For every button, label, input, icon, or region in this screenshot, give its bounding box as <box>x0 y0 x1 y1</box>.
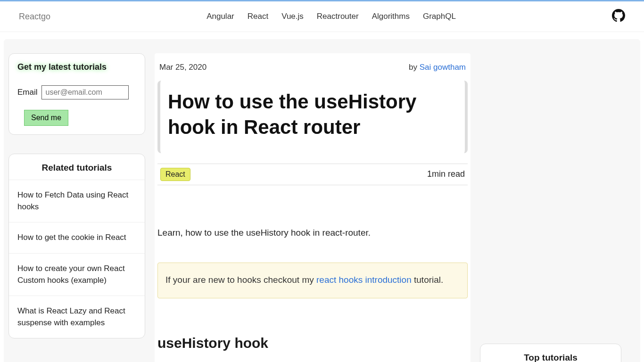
related-title: Related tutorials <box>9 154 145 180</box>
tag-row: React 1min read <box>157 164 468 185</box>
newsletter-title: Get my latest tutorials <box>17 62 136 72</box>
topic-tag[interactable]: React <box>160 168 190 181</box>
newsletter-row: Email <box>17 85 136 99</box>
left-sidebar: Get my latest tutorials Email Send me Re… <box>8 53 145 338</box>
page-body: Get my latest tutorials Email Send me Re… <box>4 39 640 362</box>
article-meta: Mar 25, 2020 by Sai gowtham <box>155 63 471 76</box>
nav-react[interactable]: React <box>248 12 268 21</box>
github-icon <box>612 9 625 22</box>
nav-algorithms[interactable]: Algorithms <box>372 12 410 21</box>
article-lead: Learn, how to use the useHistory hook in… <box>157 228 468 238</box>
github-link[interactable] <box>612 9 625 24</box>
newsletter-box: Get my latest tutorials Email Send me <box>8 53 145 135</box>
email-label: Email <box>17 88 38 97</box>
nav-graphql[interactable]: GraphQL <box>423 12 456 21</box>
callout-text-before: If your are new to hooks checkout my <box>165 275 316 285</box>
top-tutorials-title: Top tutorials <box>485 353 616 362</box>
by-prefix: by <box>409 63 420 72</box>
article-main: Mar 25, 2020 by Sai gowtham How to use t… <box>155 53 471 362</box>
callout-text-after: tutorial. <box>412 275 444 285</box>
top-tutorials-box: Top tutorials <box>480 344 621 362</box>
site-header: Reactgo Angular React Vue.js Reactrouter… <box>0 1 644 32</box>
article-title-wrap: How to use the useHistory hook in React … <box>157 81 468 153</box>
author-link[interactable]: Sai gowtham <box>420 63 466 72</box>
article-byline: by Sai gowtham <box>409 63 466 72</box>
right-sidebar: Top tutorials <box>480 53 621 362</box>
section-heading: useHistory hook <box>157 335 468 351</box>
related-item[interactable]: How to create your own React Custom hook… <box>9 253 145 296</box>
nav-vuejs[interactable]: Vue.js <box>281 12 304 21</box>
related-tutorials-box: Related tutorials How to Fetch Data usin… <box>8 154 145 338</box>
nav-angular[interactable]: Angular <box>206 12 234 21</box>
related-item[interactable]: What is React Lazy and React suspense wi… <box>9 296 145 338</box>
site-logo[interactable]: Reactgo <box>19 12 50 22</box>
related-item[interactable]: How to get the cookie in React <box>9 222 145 253</box>
email-field[interactable] <box>41 85 129 99</box>
callout-box: If your are new to hooks checkout my rea… <box>157 263 468 298</box>
main-nav: Angular React Vue.js Reactrouter Algorit… <box>206 12 456 21</box>
nav-reactrouter[interactable]: Reactrouter <box>317 12 359 21</box>
callout-link[interactable]: react hooks introduction <box>316 275 412 285</box>
related-item[interactable]: How to Fetch Data using React hooks <box>9 180 145 222</box>
read-time: 1min read <box>427 169 465 179</box>
send-button[interactable]: Send me <box>24 110 68 126</box>
article-title: How to use the useHistory hook in React … <box>168 89 457 140</box>
article-date: Mar 25, 2020 <box>159 63 206 72</box>
